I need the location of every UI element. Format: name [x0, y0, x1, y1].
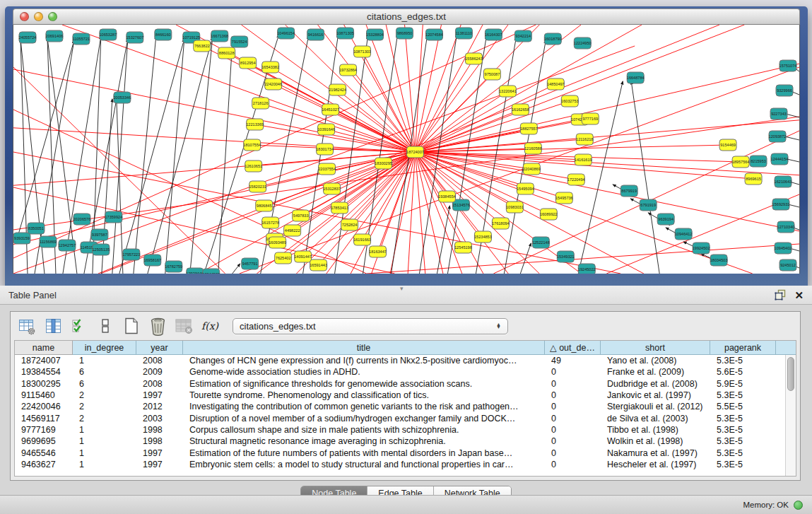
column-header-year[interactable]: year	[136, 341, 183, 355]
graph-node-label: 12505135	[92, 247, 110, 252]
memory-status-indicator[interactable]	[794, 501, 803, 510]
panel-divider-handle[interactable]: ▾	[400, 285, 404, 292]
show-columns-button[interactable]	[44, 317, 62, 335]
graph-node-label: 18957564	[732, 160, 750, 164]
graph-node-label: 12545198	[454, 245, 472, 250]
table-row[interactable]: 946554611997Estimation of the future num…	[15, 447, 796, 458]
table-gear-icon	[18, 317, 36, 335]
graph-node-label: 15751074	[779, 64, 797, 68]
graph-node-label: 8215953	[751, 159, 766, 163]
table-row[interactable]: 1456911722003Disruption of a novel membe…	[15, 412, 796, 424]
network-canvas[interactable]: 2405572420691406110557211065328715327607…	[13, 25, 800, 274]
graph-node-label: 9777169	[582, 117, 598, 121]
citation-network-graph[interactable]: 2405572420691406110557211065328715327607…	[13, 25, 799, 274]
vertical-scrollbar[interactable]	[785, 355, 796, 476]
cell: 0	[545, 425, 601, 435]
column-header-pagerank[interactable]: pagerank	[710, 341, 776, 355]
cell: 5.6E-5	[710, 367, 776, 377]
graph-node-label: 15495094	[517, 187, 534, 191]
zoom-button[interactable]	[48, 12, 57, 21]
graph-node-label: 4498222	[285, 228, 300, 233]
table-row[interactable]: 969969511998Structural magnetic resonanc…	[15, 436, 796, 447]
cell: Disruption of a novel member of a sodium…	[183, 414, 545, 424]
table-row[interactable]: 1830029562008Estimation of significance …	[15, 378, 796, 390]
table-row[interactable]: 1872400712008Changes of HCN gene express…	[15, 355, 796, 366]
graph-node-label: 8860128	[219, 51, 235, 55]
table-source-select[interactable]: citations_edges.txt ▲▼	[233, 318, 508, 334]
new-table-button[interactable]	[122, 317, 141, 335]
cell: 5.9E-5	[710, 379, 776, 389]
graph-node-label: 9639194	[658, 217, 673, 221]
delete-button[interactable]	[148, 317, 167, 335]
graph-node-label: 16089922	[540, 212, 558, 216]
cell: Structural magnetic resonance image aver…	[183, 436, 545, 446]
column-header-out_de[interactable]: △ out_de…	[545, 341, 601, 355]
column-header-name[interactable]: name	[15, 341, 73, 355]
table-settings-button[interactable]	[18, 317, 36, 335]
cell: 18300295	[15, 379, 73, 389]
cell: Stergiakouli et al. (2012)	[601, 402, 710, 411]
graph-node-label: 16782759	[165, 264, 182, 269]
table-row[interactable]: 1938455462009Genome-wide association stu…	[15, 366, 796, 378]
cell: Jankovic et al. (1997)	[601, 390, 710, 400]
citation-edge-red	[415, 74, 492, 152]
cell: Estimation of significance thresholds fo…	[183, 379, 545, 389]
graph-node-label: 11055721	[73, 37, 90, 41]
cell: 1997	[136, 390, 183, 400]
scrollbar-thumb[interactable]	[787, 357, 794, 391]
select-rows-button[interactable]	[70, 317, 88, 335]
graph-node-label: 16543382	[261, 65, 279, 69]
cell: 0	[545, 402, 601, 411]
cell: 2008	[136, 356, 183, 366]
row-height-button[interactable]	[96, 317, 114, 335]
graph-node-label: 12093872	[769, 134, 787, 139]
cell: 0	[545, 367, 601, 377]
graph-node-label: 10871305	[336, 31, 354, 35]
column-header-title[interactable]: title	[183, 341, 545, 355]
table-body: 1872400712008Changes of HCN gene express…	[15, 355, 796, 470]
graph-node-label: 10496154	[277, 31, 295, 35]
cell: Nakamura et al. (1997)	[601, 448, 710, 458]
graph-node-label: 22040869	[523, 167, 541, 171]
close-button[interactable]	[20, 12, 29, 21]
graph-node-label: 16162658	[512, 107, 529, 112]
graph-node-label: 12942757	[59, 243, 76, 247]
table-row[interactable]: 911546021997Tourette syndrome. Phenomeno…	[15, 390, 796, 401]
graph-node-label: 10983031	[506, 205, 524, 209]
graph-node-label: 19384554	[438, 194, 456, 199]
graph-node-label: 15134576	[452, 203, 470, 207]
cell: 2008	[136, 379, 183, 389]
table-row[interactable]: 946362711997Embryonic stem cells: a mode…	[15, 459, 796, 470]
minimize-button[interactable]	[34, 12, 43, 21]
cell: Franke et al. (2009)	[601, 367, 710, 377]
graph-node-label: 7252824	[342, 223, 358, 227]
graph-node-label: 8679919	[621, 189, 637, 193]
graph-node-label: 16210643	[775, 180, 792, 184]
window-titlebar[interactable]: citations_edges.txt	[13, 8, 800, 25]
graph-node-label: 10946412	[675, 232, 693, 236]
table-row[interactable]: 977716911998Corpus callosum shape and si…	[15, 424, 796, 436]
cell: 0	[545, 390, 601, 400]
graph-node-label: 17220494	[567, 177, 585, 182]
graph-node-label: 8350051	[28, 226, 44, 230]
cell: Embryonic stem cells: a model to study s…	[183, 460, 545, 469]
close-panel-button[interactable]: ✕	[794, 290, 804, 300]
function-builder-button[interactable]: f(x)	[201, 317, 219, 335]
citation-edge-black	[218, 43, 233, 274]
column-header-in_degree[interactable]: in_degree	[73, 341, 136, 355]
table-row[interactable]: 2242004622012Investigating the contribut…	[15, 401, 796, 412]
graph-node-label: 9868950	[397, 31, 413, 35]
cell: 2	[73, 390, 136, 400]
float-panel-button[interactable]	[774, 289, 786, 301]
cell: Tourette syndrome. Phenomenology and cla…	[183, 390, 545, 400]
graph-node-label: 10871303	[353, 49, 371, 54]
cell: 6	[73, 379, 136, 389]
cell: Changes of HCN gene expression and I(f) …	[183, 356, 545, 366]
cell: 1997	[136, 460, 183, 469]
graph-node-label: 9342214	[515, 34, 531, 38]
citation-edge-black	[520, 243, 531, 274]
column-header-short[interactable]: short	[601, 341, 710, 355]
cell: 19384554	[15, 367, 73, 377]
cell: 1	[73, 448, 136, 458]
cell: Hescheler et al. (1997)	[601, 460, 710, 469]
